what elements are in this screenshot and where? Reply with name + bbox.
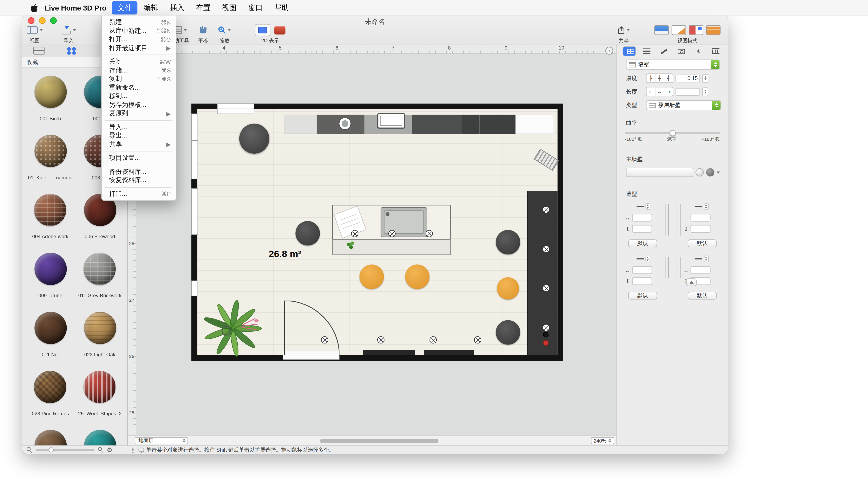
ceiling-light-symbol[interactable] xyxy=(377,336,384,343)
zoom-level-box[interactable]: 240% xyxy=(591,437,614,444)
material-item[interactable] xyxy=(84,430,116,446)
chevron-down-icon[interactable] xyxy=(717,171,720,173)
viewmode-3d-icon[interactable] xyxy=(706,25,720,35)
menu-item[interactable] xyxy=(102,162,176,167)
ceiling-light-symbol[interactable] xyxy=(542,206,550,213)
menu-item[interactable]: 打开最近项目 ▶ xyxy=(102,44,176,52)
zoom-tool-button[interactable]: 缩放 xyxy=(218,25,231,45)
menu-item[interactable]: 移到... xyxy=(102,92,176,101)
view-toolbar-button[interactable]: 视图 xyxy=(27,25,43,45)
menu-item[interactable]: 另存为模板... xyxy=(102,101,176,109)
material-item[interactable]: 009_prune xyxy=(34,253,66,299)
menu-item[interactable]: 复制 ⇧⌘S xyxy=(102,75,176,83)
material-item[interactable]: 001 Birch xyxy=(34,76,66,121)
menubar-menu[interactable]: 编辑 xyxy=(138,1,164,15)
plan-canvas[interactable]: 45678910 28272625 i xyxy=(128,45,616,446)
ceiling-light-symbol[interactable] xyxy=(351,230,358,237)
default-button[interactable]: 默认 xyxy=(688,239,717,247)
shape-input[interactable] xyxy=(632,225,652,233)
viewmode-split-icon[interactable] xyxy=(672,25,686,35)
ceiling-light-symbol[interactable] xyxy=(542,324,550,331)
menu-item[interactable]: 复原到 ▶ xyxy=(102,109,176,118)
material-item[interactable]: 023 Light Oak xyxy=(84,312,116,358)
material-item[interactable]: 011 Nut xyxy=(34,312,66,358)
material-item[interactable]: 004 Adobe-work xyxy=(32,194,68,239)
menu-item[interactable]: 关闭 ⌘W xyxy=(102,57,176,66)
material-swatch-dark[interactable] xyxy=(706,168,714,176)
materials-tab-icon[interactable] xyxy=(67,47,77,55)
shape-input[interactable] xyxy=(690,214,710,222)
material-item[interactable]: 023 Pine Rombs xyxy=(32,371,69,416)
thumbnail-zoom-slider[interactable] xyxy=(36,449,95,451)
menu-item[interactable]: 共享 ▶ xyxy=(102,140,176,149)
slider-thumb[interactable] xyxy=(49,447,54,452)
ceiling-light-symbol[interactable] xyxy=(389,230,396,237)
material-item[interactable] xyxy=(34,430,66,446)
light-tab-icon[interactable]: ☀ xyxy=(692,46,705,56)
menubar-menu[interactable]: 插入 xyxy=(164,1,190,15)
mini-stepper[interactable] xyxy=(704,256,709,262)
rep-2d-button[interactable] xyxy=(255,24,271,36)
main-wall-preview[interactable] xyxy=(626,168,693,177)
default-button[interactable]: 默认 xyxy=(628,292,657,300)
floors-tab-icon[interactable] xyxy=(33,47,44,55)
object-type-select[interactable]: 墙壁 xyxy=(626,60,720,70)
viewmode-2d-icon[interactable] xyxy=(654,25,669,35)
menu-item[interactable] xyxy=(102,184,176,190)
ceiling-light-symbol[interactable] xyxy=(474,336,481,343)
menu-item[interactable]: 新建 ⌘N xyxy=(102,18,176,26)
apple-icon[interactable] xyxy=(31,4,38,12)
shape-input[interactable] xyxy=(632,214,652,222)
thickness-stepper[interactable] xyxy=(702,74,708,83)
default-button[interactable]: 默认 xyxy=(628,239,657,247)
menu-item[interactable]: 打印... ⌘P xyxy=(102,190,176,198)
menu-item[interactable]: 重新命名... xyxy=(102,83,176,92)
default-button[interactable]: 默认 xyxy=(688,292,717,300)
curvature-slider[interactable]: -180° 弧 笔直 +180° 弧 xyxy=(625,132,720,143)
share-button[interactable]: 共享 xyxy=(618,25,630,45)
menu-item[interactable]: 导入... xyxy=(102,123,176,132)
menubar-menu[interactable]: 窗口 xyxy=(243,1,268,15)
mini-stepper[interactable] xyxy=(704,203,709,210)
zoom-out-icon[interactable] xyxy=(27,447,32,453)
menu-item[interactable]: 备份资料库... xyxy=(102,167,176,176)
menu-item[interactable]: 恢复资料库... xyxy=(102,176,176,184)
wall-tab-icon[interactable] xyxy=(623,46,636,56)
menubar-menu[interactable]: 帮助 xyxy=(269,1,294,15)
menu-item[interactable]: 导出... xyxy=(102,132,176,140)
plant-graphic[interactable] xyxy=(201,296,262,358)
material-item[interactable]: 01_Kalei...ornament xyxy=(28,135,72,180)
material-swatch-light[interactable] xyxy=(695,168,704,176)
shape-input[interactable] xyxy=(690,266,710,274)
texture-mountain-button[interactable] xyxy=(686,279,696,286)
ceiling-light-symbol[interactable] xyxy=(542,246,550,253)
floor-plan[interactable]: 26.8 m² xyxy=(191,104,563,361)
menu-item[interactable]: 从库中新建... ⇧⌘N xyxy=(102,26,176,35)
wall-type-select[interactable]: 楼层墙壁 xyxy=(646,100,721,110)
ceiling-light-symbol[interactable] xyxy=(430,336,437,343)
shape-input[interactable] xyxy=(690,225,710,233)
draw-tab-icon[interactable] xyxy=(657,46,671,56)
slider-thumb[interactable] xyxy=(669,130,676,136)
material-item[interactable]: 25_Wool_Stripes_2 xyxy=(78,371,122,416)
pan-tool-button[interactable]: 平移 xyxy=(198,25,208,45)
thickness-align-segmented[interactable]: ┝┿┥ xyxy=(646,74,673,83)
rep-3d-icon[interactable] xyxy=(274,26,285,34)
length-input[interactable] xyxy=(676,88,700,95)
menu-item[interactable] xyxy=(102,118,176,123)
menu-item[interactable] xyxy=(102,149,176,153)
menubar-menu[interactable]: 文件 xyxy=(112,1,137,15)
horizontal-scrollbar[interactable] xyxy=(194,439,589,444)
thickness-input[interactable]: 0.15 xyxy=(676,74,700,82)
mini-stepper[interactable] xyxy=(645,256,650,262)
import-toolbar-button[interactable]: 导入 xyxy=(61,25,76,45)
floor-level-select[interactable]: 地面层 xyxy=(135,437,188,444)
menu-item[interactable]: 打开... ⌘O xyxy=(102,35,176,44)
scrollbar-thumb[interactable] xyxy=(320,439,439,444)
menu-item[interactable]: 存储... ⌘S xyxy=(102,66,176,75)
menu-item[interactable] xyxy=(102,52,176,57)
floors-stack-tab-icon[interactable] xyxy=(640,46,653,56)
menu-item[interactable]: 项目设置... xyxy=(102,153,176,162)
shape-input[interactable] xyxy=(632,277,652,285)
material-item[interactable]: 011 Grey Brickwork xyxy=(78,253,122,299)
